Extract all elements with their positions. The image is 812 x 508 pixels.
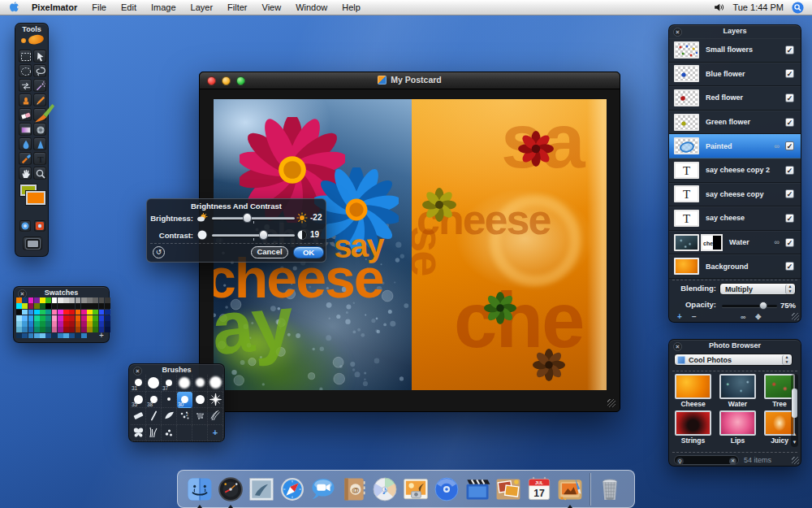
tool-eyedropper[interactable] <box>19 152 32 165</box>
add-layer-button[interactable]: + <box>677 313 682 321</box>
swatch[interactable] <box>28 327 34 332</box>
tool-blur[interactable] <box>19 137 32 150</box>
dock-safari-icon[interactable] <box>277 471 308 507</box>
photo-strings[interactable]: Strings <box>675 410 711 445</box>
menu-layer[interactable]: Layer <box>191 2 214 12</box>
brush-circle[interactable] <box>192 392 208 409</box>
brush-30[interactable]: 30 <box>177 392 192 409</box>
swatch[interactable] <box>52 310 58 315</box>
photo-thumbnail[interactable] <box>675 410 711 436</box>
swatch[interactable] <box>58 297 63 303</box>
dock-itunes-icon[interactable]: ♪ <box>369 471 400 507</box>
background-color-well[interactable] <box>26 191 45 205</box>
layer-visibility-checkbox[interactable]: ✓ <box>785 189 794 198</box>
swatch[interactable] <box>16 327 22 332</box>
tool-clone-stamp[interactable] <box>19 93 32 106</box>
swatch[interactable] <box>45 327 51 332</box>
move-layers-button[interactable]: ✥ <box>755 313 762 321</box>
swatch[interactable] <box>63 327 69 332</box>
layer-visibility-checkbox[interactable]: ✓ <box>785 93 794 102</box>
brush-leaf[interactable] <box>162 408 177 425</box>
swatch[interactable] <box>16 321 22 327</box>
menu-file[interactable]: File <box>92 2 106 12</box>
swatch[interactable] <box>69 297 75 303</box>
swatch[interactable] <box>87 303 93 309</box>
swatch[interactable] <box>69 333 75 339</box>
layer-visibility-checkbox[interactable]: ✓ <box>785 238 794 247</box>
swatch[interactable] <box>69 303 75 309</box>
tool-type[interactable]: T <box>33 152 46 165</box>
swatch[interactable] <box>63 303 69 309</box>
dock-idvd-icon[interactable] <box>431 471 462 507</box>
layer-visibility-checkbox[interactable]: ✓ <box>785 69 794 78</box>
swatch[interactable] <box>40 321 45 327</box>
layer-row-background[interactable]: Background✓ <box>669 254 801 279</box>
swatch[interactable] <box>45 333 51 339</box>
scroll-down-arrow[interactable]: ▼ <box>791 439 798 446</box>
swatch[interactable] <box>76 310 81 315</box>
menu-image[interactable]: Image <box>151 2 176 12</box>
add-brush-button[interactable]: + <box>208 425 223 442</box>
swatch[interactable] <box>76 303 81 309</box>
brush-31[interactable]: 31 <box>131 375 146 392</box>
swatch[interactable] <box>93 310 98 315</box>
window-titlebar[interactable]: My Postcard <box>200 72 620 89</box>
swatch[interactable] <box>28 315 34 321</box>
menu-clock[interactable]: Tue 1:44 PM <box>732 2 784 12</box>
tool-zoom[interactable] <box>33 167 46 180</box>
brush-soft[interactable] <box>177 375 192 392</box>
swatch[interactable] <box>45 321 51 327</box>
tool-rect-marquee[interactable] <box>19 50 32 63</box>
tool-ellipse-marquee[interactable] <box>19 64 32 77</box>
tool-sharpen[interactable] <box>33 137 46 150</box>
fullscreen-mode-button[interactable] <box>23 237 42 250</box>
contrast-slider-thumb[interactable] <box>259 230 268 240</box>
reset-button[interactable]: ↺ <box>153 246 165 258</box>
ok-button[interactable]: OK <box>293 246 324 258</box>
swatch[interactable] <box>76 321 81 327</box>
swatch[interactable] <box>69 321 75 327</box>
swatch[interactable] <box>40 310 45 315</box>
swatch[interactable] <box>58 310 63 315</box>
layer-thumbnail[interactable] <box>674 89 699 106</box>
swatch[interactable] <box>69 327 75 332</box>
brush-grass[interactable] <box>146 425 162 442</box>
brush-spray[interactable] <box>192 408 208 425</box>
swatch[interactable] <box>63 315 69 321</box>
swatch[interactable] <box>105 297 110 303</box>
swatch[interactable] <box>28 310 34 315</box>
layer-row-blue-flower[interactable]: Blue flower✓ <box>669 63 801 87</box>
layer-visibility-checkbox[interactable]: ✓ <box>785 118 794 127</box>
swatch[interactable] <box>28 321 34 327</box>
brush-star[interactable] <box>208 392 223 409</box>
swatch[interactable] <box>34 327 40 332</box>
menu-view[interactable]: View <box>262 2 282 12</box>
swatch[interactable] <box>63 321 69 327</box>
swatch[interactable] <box>76 333 81 339</box>
swatch[interactable] <box>76 297 81 303</box>
brush-circle[interactable] <box>162 392 177 409</box>
clear-search-icon[interactable]: ✕ <box>729 458 736 465</box>
menu-help[interactable]: Help <box>342 2 361 12</box>
swatch[interactable] <box>99 321 105 327</box>
photo-thumbnail[interactable] <box>719 374 756 399</box>
swatch[interactable] <box>58 333 63 339</box>
swatch[interactable] <box>87 315 93 321</box>
swatch[interactable] <box>99 303 105 309</box>
layer-thumbnail[interactable] <box>674 137 699 154</box>
swatch[interactable] <box>87 321 93 327</box>
swatch[interactable] <box>81 333 87 339</box>
photo-lips[interactable]: Lips <box>719 410 756 445</box>
swatch[interactable] <box>45 310 51 315</box>
swatch[interactable] <box>87 327 93 332</box>
tool-lasso[interactable] <box>33 64 46 77</box>
remove-layer-button[interactable]: − <box>692 313 697 321</box>
tool-magic-wand[interactable] <box>33 79 46 92</box>
brush-hair[interactable] <box>208 408 223 425</box>
brush-butterfly[interactable] <box>131 425 146 442</box>
swatch[interactable] <box>93 321 98 327</box>
layer-visibility-checkbox[interactable]: ✓ <box>785 141 794 150</box>
swatch[interactable] <box>22 310 28 315</box>
layer-thumbnail[interactable] <box>674 41 699 59</box>
swatch[interactable] <box>22 303 28 309</box>
